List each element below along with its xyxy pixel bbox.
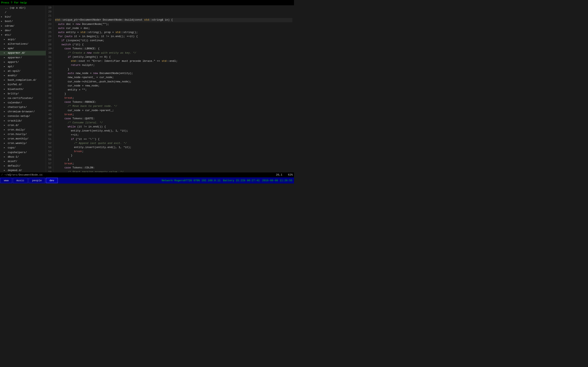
line-number: 54 — [48, 150, 52, 154]
sidebar-item[interactable]: ▸ boot/ — [0, 19, 46, 24]
sidebar-item-label: console-setup/ — [8, 115, 30, 118]
line-number: 48 — [48, 125, 52, 129]
code-line — [55, 14, 292, 18]
line-number: 39 — [48, 88, 52, 92]
code-line: case Tokens::COLON: — [55, 166, 292, 170]
sidebar-item[interactable]: ▸ console-setup/ — [0, 114, 46, 118]
sidebar-item[interactable]: ▸ depmod.d/ — [0, 168, 46, 172]
code-line: /* Consume literal. */ — [55, 121, 292, 125]
sidebar-item[interactable]: ▸ cron.monthly/ — [0, 137, 46, 141]
sidebar-item-label: bash_completion.d/ — [8, 78, 36, 82]
line-number: 46 — [48, 117, 52, 121]
network-info: Network Rogers07720 070% 192.168.0.11 — [162, 179, 221, 182]
tree-arrow: ▸ — [4, 101, 6, 105]
line-number: 53 — [48, 145, 52, 150]
sidebar-item[interactable]: ▸ cdrom/ — [0, 24, 46, 28]
sidebar-item-label: cron.monthly/ — [8, 137, 28, 140]
line-number: 49 — [48, 129, 52, 133]
sidebar-item[interactable]: ▸ cupshelpers/ — [0, 150, 46, 155]
sidebar-item-label: dconf/ — [8, 160, 17, 163]
sidebar-item-label: calendar/ — [8, 101, 22, 104]
tree-arrow: ▸ — [4, 56, 6, 60]
taskbar-items: wwwmusicpeopledev — [0, 177, 58, 184]
status-bar: / ~/eQ/src/DocumentNode.cc 20,1 62% — [0, 172, 294, 177]
sidebar-item[interactable]: ▸ apport/ — [0, 60, 46, 64]
tree-arrow: ▸ — [4, 128, 6, 132]
taskbar-item-www[interactable]: www — [0, 178, 12, 183]
code-line: if (*it == '\'') { — [55, 137, 292, 141]
tree-arrow: ▸ — [4, 119, 6, 123]
code-line: auto new_node = new DocumentNode(entity)… — [55, 71, 292, 75]
code-line: switch (*it) { — [55, 43, 292, 47]
taskbar-item-dev[interactable]: dev — [46, 178, 58, 183]
line-number: 51 — [48, 137, 52, 141]
sidebar-item[interactable]: ▸ bluetooth/ — [0, 87, 46, 92]
sidebar-item[interactable]: ▸ cracklib/ — [0, 119, 46, 123]
code-line: new_node->parent_ = cur_node; — [55, 75, 292, 80]
sidebar-item[interactable]: / — [0, 10, 46, 15]
sidebar-item-label: brltty/ — [8, 92, 19, 95]
taskbar-item-music[interactable]: music — [13, 178, 28, 183]
sidebar-item[interactable]: ▸ cron.daily/ — [0, 128, 46, 132]
line-number: 22 — [48, 18, 52, 22]
file-tree-sidebar[interactable]: .. (up a dir) /▸ bin/▸ boot/▸ cdrom/▸ de… — [0, 5, 46, 172]
sidebar-item[interactable]: ▸ brltty/ — [0, 92, 46, 96]
sidebar-item-label: cron.hourly/ — [8, 133, 27, 136]
sidebar-item[interactable]: ▸ alternatives/ — [0, 42, 46, 46]
line-number: 58 — [48, 166, 52, 170]
tree-arrow: ▸ — [4, 105, 6, 109]
sidebar-item[interactable]: ▸ apt/ — [0, 64, 46, 69]
sidebar-item[interactable]: ▾ etc/ — [0, 33, 46, 37]
sidebar-item-label: cupshelpers/ — [8, 151, 27, 154]
sidebar-item-label: chromium-browser/ — [8, 110, 35, 113]
sidebar-item[interactable]: ▸ avahi/ — [0, 73, 46, 78]
sidebar-item-label: apport/ — [8, 60, 19, 64]
code-line: while (it != in.end()) { — [55, 125, 292, 129]
tree-arrow: ▸ — [1, 24, 3, 28]
sidebar-item[interactable]: ▸ ca-certificates/ — [0, 96, 46, 100]
sidebar-item[interactable]: ▸ cron.weekly/ — [0, 141, 46, 146]
sidebar-item[interactable]: ▸ cron.hourly/ — [0, 132, 46, 137]
taskbar-item-people[interactable]: people — [29, 178, 45, 183]
sidebar-item[interactable]: ▸ dev/ — [0, 28, 46, 33]
line-number: 28 — [48, 43, 52, 47]
sidebar-item-label: .. (up a dir) — [5, 6, 26, 9]
sidebar-item[interactable]: .. (up a dir) — [0, 6, 46, 10]
sidebar-item[interactable]: ▸ apparmor.d/ — [0, 51, 46, 55]
sidebar-item[interactable]: ▸ binfmt.d/ — [0, 82, 46, 87]
sidebar-item[interactable]: ▸ calendar/ — [0, 100, 46, 105]
sidebar-item[interactable]: ▸ cron.d/ — [0, 123, 46, 128]
tree-arrow: ▸ — [4, 123, 6, 127]
sidebar-item-label: apparmor/ — [8, 56, 22, 59]
tree-arrow: ▸ — [4, 74, 6, 78]
sidebar-item-label: chatscripts/ — [8, 106, 27, 109]
sidebar-item-label: avahi/ — [8, 74, 17, 77]
tree-arrow: ▸ — [4, 155, 6, 159]
sidebar-item[interactable]: ▸ apm/ — [0, 46, 46, 51]
sidebar-item[interactable]: ▸ acpi/ — [0, 37, 46, 42]
line-number: 40 — [48, 92, 52, 96]
code-content[interactable]: std::unique_ptr<DocumentNode> DocumentNo… — [53, 5, 294, 172]
sidebar-item[interactable]: ▸ apparmor/ — [0, 55, 46, 60]
help-bar: Press ? for help — [0, 0, 294, 5]
sidebar-item[interactable]: ▸ default/ — [0, 164, 46, 168]
line-number: 38 — [48, 84, 52, 88]
sidebar-item[interactable]: ▸ chromium-browser/ — [0, 109, 46, 114]
line-number: 47 — [48, 121, 52, 125]
code-line: /* Move back to parent node. */ — [55, 104, 292, 108]
sidebar-item[interactable]: ▸ at-spi2/ — [0, 69, 46, 73]
sidebar-item[interactable]: ▸ chatscripts/ — [0, 105, 46, 109]
sidebar-item[interactable]: ▸ bash_completion.d/ — [0, 78, 46, 82]
code-line: entity.insert(entity.end(), 1, *it); — [55, 129, 292, 133]
sidebar-item[interactable]: ▸ bin/ — [0, 15, 46, 19]
tree-arrow: ▾ — [1, 33, 3, 37]
sidebar-item[interactable]: ▸ dconf/ — [0, 159, 46, 164]
sidebar-item[interactable]: ▸ cups/ — [0, 146, 46, 150]
sidebar-item-label: apt/ — [8, 65, 14, 68]
cursor-position: 20,1 — [276, 173, 282, 176]
line-numbers: 1920212223242526272829303132333435363738… — [46, 5, 53, 172]
line-number: 45 — [48, 113, 52, 117]
code-line: } — [55, 92, 292, 96]
line-number: 31 — [48, 55, 52, 59]
sidebar-item[interactable]: ▸ dbus-1/ — [0, 155, 46, 159]
